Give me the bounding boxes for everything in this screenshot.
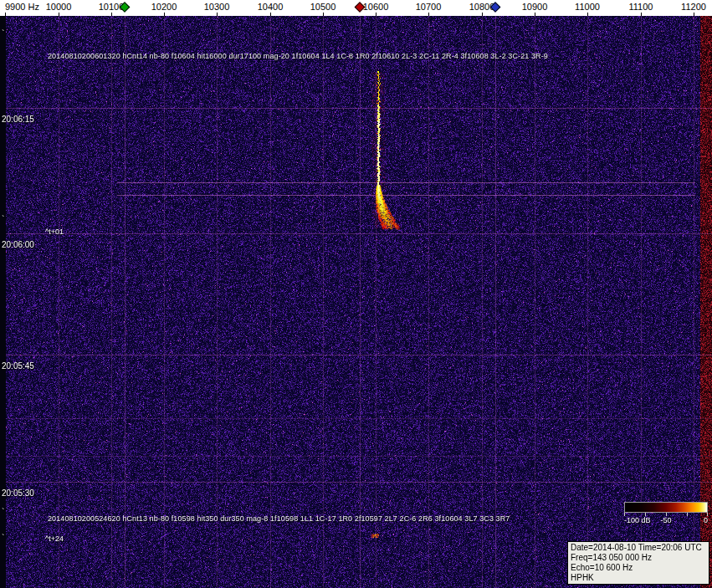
freq-tick-mark [5, 13, 6, 16]
freq-tick-label: 10500 [310, 2, 336, 12]
freq-tick-label: 10900 [522, 2, 548, 12]
freq-tick-label: 11000 [575, 2, 600, 12]
freq-tick-label: 10300 [204, 2, 230, 12]
colorbar-label-max: 0 [704, 516, 708, 524]
colorbar: -100 dB -50 0 [624, 502, 708, 525]
freq-tick-mark [641, 13, 642, 16]
freq-tick-mark [217, 13, 218, 16]
event-time-tick: ` [2, 214, 5, 224]
info-station-id: HPHK [571, 573, 706, 583]
freq-tick-mark [376, 13, 376, 16]
freq-tick-label: 9900 Hz [5, 2, 39, 12]
freq-tick-label: 10600 [363, 2, 389, 12]
event-annotation: 20140810200601320 hCnt14 nb-80 f10604 hi… [48, 52, 548, 60]
freq-tick-mark [59, 13, 59, 16]
time-label: 20:05:45 [2, 361, 34, 371]
freq-tick-mark [164, 13, 165, 16]
event-time-tick: ` [2, 507, 5, 517]
freq-tick-mark [323, 13, 324, 16]
freq-tick-label: 10700 [416, 2, 442, 12]
event-annotation: 20140810200524620 hCnt13 nb-80 f10598 hi… [48, 514, 510, 523]
freq-tick-mark [587, 13, 588, 16]
freq-tick-label: 10400 [258, 2, 284, 12]
colorbar-label-min: -100 dB [624, 516, 651, 524]
event-time-tick: ` [2, 28, 5, 38]
time-label: 20:06:15 [2, 115, 34, 124]
info-echo-frequency: Echo=10 600 Hz [571, 563, 706, 573]
event-offset-mark: ^t+01 [45, 228, 64, 236]
event-time-tick: ` [2, 533, 5, 543]
freq-tick-label: 10000 [46, 2, 72, 12]
info-frequency: Freq=143 050 000 Hz [571, 553, 706, 563]
colorbar-label-mid: -50 [660, 516, 671, 524]
colorbar-gradient [624, 502, 708, 513]
freq-tick-mark [270, 13, 271, 16]
freq-tick-mark [428, 13, 429, 16]
info-date-time: Date=2014-08-10 Time=20:06 UTC [571, 543, 706, 553]
freq-tick-label: 10200 [151, 2, 177, 12]
info-box: Date=2014-08-10 Time=20:06 UTC Freq=143 … [567, 541, 709, 585]
freq-tick-label: 11200 [681, 2, 706, 12]
colorbar-labels: -100 dB -50 0 [624, 516, 708, 525]
time-label: 20:06:00 [2, 240, 34, 249]
spectrogram-canvas [0, 16, 712, 588]
time-label: 20:05:30 [2, 488, 34, 498]
freq-tick-label: 11100 [629, 2, 653, 12]
freq-tick-mark [111, 13, 112, 16]
spectrogram-app: 9900 Hz 10000 10100 10200 10300 10400 10… [0, 0, 712, 588]
freq-tick-mark [535, 13, 535, 16]
freq-tick-mark [482, 13, 483, 16]
freq-tick-mark [694, 13, 694, 16]
event-offset-mark: ^t+24 [45, 534, 64, 543]
frequency-axis: 9900 Hz 10000 10100 10200 10300 10400 10… [0, 0, 712, 16]
